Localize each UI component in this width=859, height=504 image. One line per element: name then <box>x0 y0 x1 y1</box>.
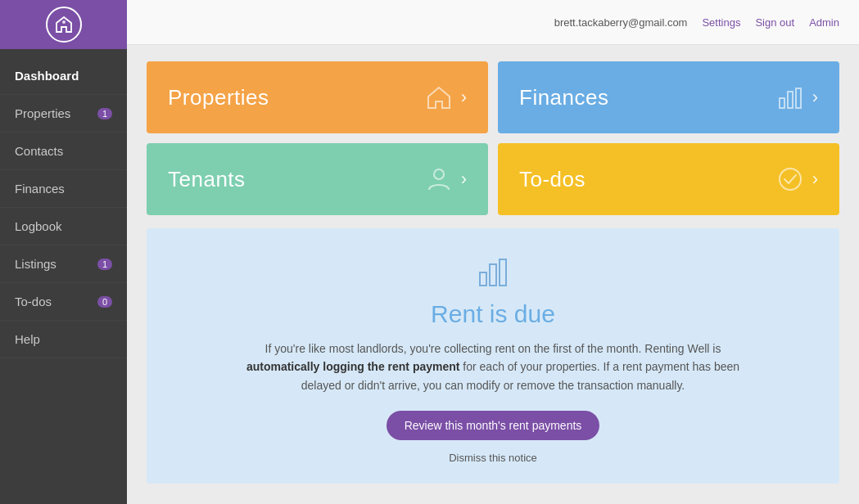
sidebar-item-label: To-dos <box>15 295 52 308</box>
sidebar-item-listings[interactable]: Listings 1 <box>0 245 127 283</box>
sidebar-item-help[interactable]: Help <box>0 321 127 358</box>
todos-card[interactable]: To-dos › <box>498 143 839 215</box>
properties-card-icons: › <box>425 83 467 111</box>
chart-bar-icon <box>776 83 804 111</box>
svg-point-4 <box>434 169 444 179</box>
top-header: brett.tackaberry@gmail.com Settings Sign… <box>127 0 859 45</box>
properties-chevron-icon: › <box>461 87 467 108</box>
tenants-card-icons: › <box>425 165 467 193</box>
finances-card-title: Finances <box>519 85 609 110</box>
notif-body: If you're like most landlords, you're co… <box>239 340 747 394</box>
sidebar-item-todos[interactable]: To-dos 0 <box>0 283 127 321</box>
todos-card-icons: › <box>776 165 818 193</box>
settings-link[interactable]: Settings <box>702 16 740 29</box>
review-payments-button[interactable]: Review this month's rent payments <box>387 411 600 440</box>
home-icon <box>425 83 453 111</box>
sidebar-item-label: Logbook <box>15 219 62 233</box>
finances-card-icons: › <box>776 83 818 111</box>
tenants-chevron-icon: › <box>461 169 467 190</box>
sidebar-item-label: Dashboard <box>15 69 79 83</box>
sidebar-item-label: Help <box>15 332 40 346</box>
dashboard-content: Properties › Finances › <box>127 45 859 504</box>
svg-rect-1 <box>780 98 784 108</box>
logo-svg <box>53 14 75 35</box>
listings-badge: 1 <box>97 259 112 270</box>
finances-card[interactable]: Finances › <box>498 61 839 133</box>
signout-link[interactable]: Sign out <box>755 16 794 29</box>
notif-chart-icon <box>166 253 820 292</box>
sidebar-item-label: Listings <box>15 257 57 271</box>
sidebar-item-logbook[interactable]: Logbook <box>0 208 127 245</box>
svg-rect-7 <box>490 264 496 286</box>
svg-rect-8 <box>500 259 506 286</box>
sidebar-item-contacts[interactable]: Contacts <box>0 133 127 170</box>
todos-badge: 0 <box>97 296 112 308</box>
person-icon <box>425 165 453 193</box>
properties-badge: 1 <box>97 108 112 119</box>
tenants-card-title: Tenants <box>168 167 246 192</box>
svg-point-0 <box>62 20 66 24</box>
properties-card-title: Properties <box>168 85 269 110</box>
svg-rect-6 <box>480 272 486 286</box>
dashboard-card-grid: Properties › Finances › <box>147 61 839 215</box>
checkmark-circle-icon <box>776 165 804 193</box>
main-content: brett.tackaberry@gmail.com Settings Sign… <box>127 0 859 504</box>
todos-card-title: To-dos <box>519 167 585 192</box>
sidebar-navigation: Dashboard Properties 1 Contacts Finances… <box>0 57 127 358</box>
svg-rect-2 <box>788 92 793 108</box>
notif-body-bold: automatically logging the rent payment <box>246 360 460 373</box>
todos-chevron-icon: › <box>812 169 818 190</box>
notif-body-before: If you're like most landlords, you're co… <box>265 342 721 355</box>
sidebar-item-finances[interactable]: Finances <box>0 170 127 208</box>
sidebar: Dashboard Properties 1 Contacts Finances… <box>0 0 127 504</box>
finances-chevron-icon: › <box>812 87 818 108</box>
sidebar-item-properties[interactable]: Properties 1 <box>0 95 127 133</box>
sidebar-logo <box>0 0 127 49</box>
sidebar-item-label: Finances <box>15 182 65 196</box>
rent-notification-panel: Rent is due If you're like most landlord… <box>147 228 839 484</box>
sidebar-item-dashboard[interactable]: Dashboard <box>0 57 127 95</box>
user-email: brett.tackaberry@gmail.com <box>554 16 688 29</box>
admin-link[interactable]: Admin <box>809 16 839 29</box>
sidebar-item-label: Contacts <box>15 144 63 158</box>
svg-rect-3 <box>796 88 801 108</box>
tenants-card[interactable]: Tenants › <box>147 143 488 215</box>
properties-card[interactable]: Properties › <box>147 61 488 133</box>
svg-point-5 <box>780 169 801 190</box>
notif-title: Rent is due <box>166 300 820 328</box>
app-logo-icon <box>46 7 82 43</box>
dismiss-notice-link[interactable]: Dismiss this notice <box>166 452 820 464</box>
sidebar-item-label: Properties <box>15 106 70 120</box>
